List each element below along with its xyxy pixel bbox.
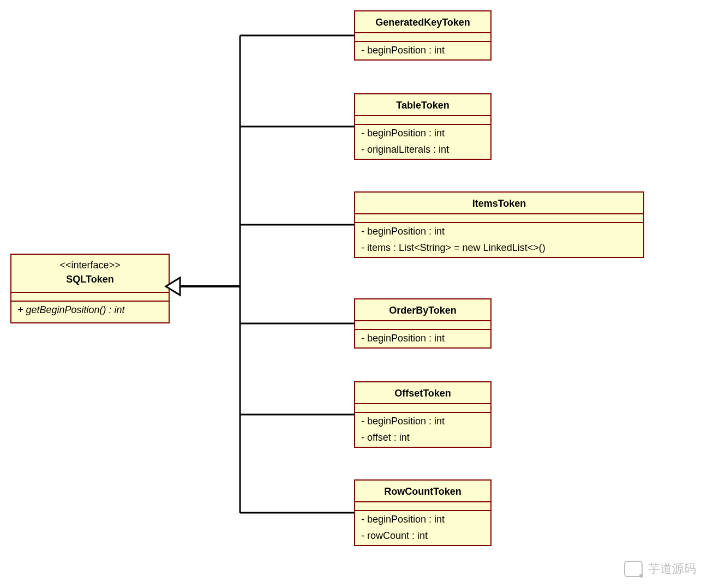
class-name: TableToken bbox=[396, 100, 449, 111]
uml-diagram: <<interface>>SQLToken+ getBeginPosition(… bbox=[0, 0, 707, 588]
class-name: SQLToken bbox=[66, 274, 113, 285]
class-name: RowCountToken bbox=[384, 486, 462, 497]
class-name: OrderByToken bbox=[389, 305, 457, 316]
class-name: ItemsToken bbox=[472, 198, 526, 209]
attribute: - items : List<String> = new LinkedList<… bbox=[361, 242, 546, 253]
attribute: - originalLiterals : int bbox=[361, 144, 449, 155]
attribute: - offset : int bbox=[361, 432, 410, 443]
attribute: - beginPosition : int bbox=[361, 45, 445, 56]
attribute: - rowCount : int bbox=[361, 530, 428, 541]
stereotype: <<interface>> bbox=[59, 260, 120, 271]
watermark: 芋道源码 bbox=[624, 561, 696, 577]
class-name: GeneratedKeyToken bbox=[375, 17, 470, 28]
watermark-text: 芋道源码 bbox=[648, 561, 696, 577]
operation: + getBeginPosition() : int bbox=[17, 304, 125, 315]
attribute: - beginPosition : int bbox=[361, 333, 445, 344]
attribute: - beginPosition : int bbox=[361, 416, 445, 427]
attribute: - beginPosition : int bbox=[361, 128, 445, 139]
class-name: OffsetToken bbox=[394, 388, 451, 399]
wechat-icon bbox=[624, 561, 643, 577]
attribute: - beginPosition : int bbox=[361, 514, 445, 525]
attribute: - beginPosition : int bbox=[361, 226, 445, 237]
